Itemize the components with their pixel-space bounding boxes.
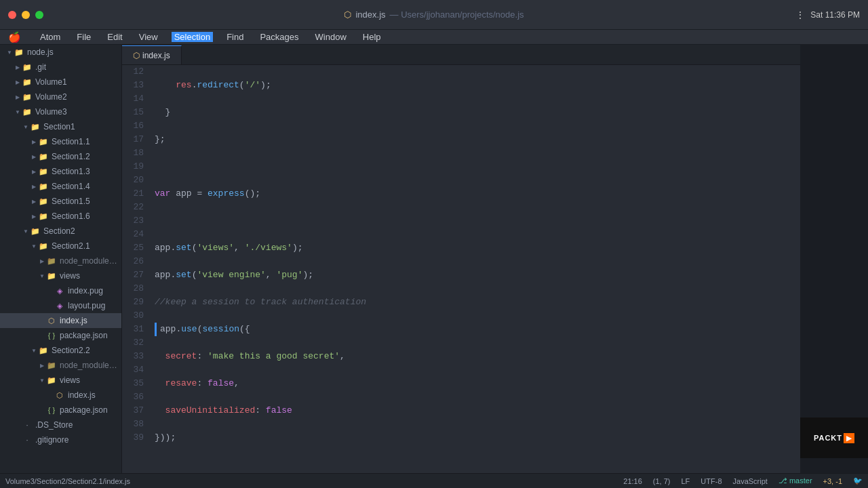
sidebar-label: Section1.4 [52,182,90,191]
statusbar-right: 21:16 (1, 7) LF UTF-8 JavaScript ⎇ maste… [623,476,863,485]
sidebar-item-gitignore[interactable]: · .gitignore [0,432,121,447]
titlebar-left [8,11,43,19]
language[interactable]: JavaScript [733,477,768,485]
sidebar-label: Section1.6 [52,211,90,221]
code-line-16: var app = express(); [155,187,800,201]
titlebar: ⬡ index.js — Users/jjohanan/projects/nod… [0,0,868,30]
maximize-button[interactable] [35,11,43,19]
sidebar-item-section21[interactable]: ▼ 📁 Section2.1 [0,239,121,253]
menu-view[interactable]: View [136,32,161,42]
bluetooth-icon: ⋮ [795,9,805,20]
sidebar-item-volume1[interactable]: ▶ 📁 Volume1 [0,75,121,89]
tabs-bar: ⬡ index.js [122,45,800,65]
menu-packages[interactable]: Packages [257,32,301,42]
folder-icon: 📁 [38,345,49,356]
sidebar-item-section12[interactable]: ▶ 📁 Section1.2 [0,149,121,164]
sidebar-item-node-modules-21[interactable]: ▶ 📁 node_module… [0,253,121,268]
expand-arrow: ▶ [30,139,38,145]
expand-arrow: ▼ [5,49,14,56]
menu-window[interactable]: Window [313,32,349,42]
menu-atom[interactable]: Atom [37,32,63,42]
title-text: index.js [355,9,385,20]
sidebar-item-section13[interactable]: ▶ 📁 Section1.3 [0,164,121,179]
apple-menu[interactable]: 🍎 [5,31,24,43]
sidebar-label: package.json [60,331,108,340]
code-editor[interactable]: 12 13 14 15 16 17 18 19 20 21 22 23 24 2… [122,65,800,473]
folder-icon: 📁 [22,106,33,117]
title-path: — Users/jjohanan/projects/node.js [390,9,524,20]
expand-arrow: ▶ [30,154,38,160]
tab-label: index.js [142,51,170,60]
json-file-icon: { } [46,405,57,415]
pug-file-icon: ◈ [54,300,65,311]
minimize-button[interactable] [22,11,30,19]
menu-find[interactable]: Find [224,32,246,42]
sidebar-item-node-modules-22[interactable]: ▶ 📁 node_module… [0,358,121,373]
menu-file[interactable]: File [74,32,94,42]
window-title: ⬡ index.js — Users/jjohanan/projects/nod… [344,9,524,20]
sidebar-label: .DS_Store [35,420,73,430]
sidebar-item-section11[interactable]: ▶ 📁 Section1.1 [0,134,121,149]
sidebar-item-section1[interactable]: ▼ 📁 Section1 [0,119,121,134]
expand-arrow: ▶ [14,94,22,100]
sidebar-item-package-json-21[interactable]: { } package.json [0,328,121,343]
sidebar-label: node_module… [60,256,117,266]
sidebar-item-git[interactable]: ▶ 📁 .git [0,60,121,75]
menubar: 🍎 Atom File Edit View Selection Find Pac… [0,30,868,45]
packt-text: PACKT [814,434,842,442]
sidebar-item-index-js-22[interactable]: ⬡ index.js [0,388,121,403]
code-line-19: app.set('view engine', 'pug'); [155,268,800,282]
sidebar-item-index-js-21[interactable]: ⬡ index.js [0,313,121,328]
code-line-25: })); [155,431,800,445]
code-line-20: //keep a session to track authentication [155,296,800,309]
status-filepath: Volume3/Section2/Section2.1/index.js [5,477,130,485]
sidebar-label: Volume3 [35,107,67,117]
tab-index-js[interactable]: ⬡ index.js [122,45,182,64]
sidebar-item-package-json-22[interactable]: { } package.json [0,403,121,418]
sidebar-item-volume3[interactable]: ▼ 📁 Volume3 [0,104,121,119]
code-content[interactable]: res.redirect('/'); } }; var app = expres… [149,65,800,473]
sidebar-item-volume2[interactable]: ▶ 📁 Volume2 [0,89,121,104]
sidebar-label: views [60,271,80,281]
sidebar-item-section16[interactable]: ▶ 📁 Section1.6 [0,209,121,224]
file-icon: ⬡ [344,9,351,20]
sidebar-item-views-22[interactable]: ▼ 📁 views [0,373,121,388]
sidebar-item-nodejs[interactable]: ▼ 📁 node.js [0,45,121,60]
expand-arrow: ▶ [14,79,22,85]
titlebar-right-controls: ⋮ Sat 11:36 PM [795,9,860,20]
sidebar-item-views-21[interactable]: ▼ 📁 views [0,268,121,283]
sidebar-label: .gitignore [35,435,68,445]
menu-edit[interactable]: Edit [104,32,125,42]
folder-icon: 📁 [38,181,49,192]
encoding[interactable]: UTF-8 [701,477,722,485]
code-line-15 [155,160,800,174]
code-line-21: app.use(session({ [155,323,800,336]
sidebar-item-section2[interactable]: ▼ 📁 Section2 [0,224,121,239]
statusbar: Volume3/Section2/Section2.1/index.js 21:… [0,473,868,488]
expand-arrow: ▼ [22,124,30,130]
sidebar-item-layout-pug[interactable]: ◈ layout.pug [0,298,121,313]
menu-help[interactable]: Help [360,32,384,42]
expand-arrow: ▼ [30,348,38,354]
expand-arrow: ▼ [38,273,46,279]
pug-file-icon: ◈ [54,285,65,296]
sidebar-item-index-pug[interactable]: ◈ index.pug [0,283,121,298]
twitter-icon: 🐦 [853,476,863,485]
folder-icon: 📁 [38,136,49,147]
sidebar-item-section22[interactable]: ▼ 📁 Section2.2 [0,343,121,358]
folder-icon: 📁 [38,151,49,162]
editor-area: ⬡ index.js 12 13 14 15 16 17 18 19 20 21… [122,45,800,473]
code-line-26 [155,458,800,472]
sidebar-label: Volume2 [35,92,67,102]
menu-selection[interactable]: Selection [172,32,213,42]
line-ending[interactable]: LF [682,477,690,485]
sidebar-item-ds-store[interactable]: · .DS_Store [0,418,121,432]
folder-icon: 📁 [46,270,57,281]
sidebar-item-section15[interactable]: ▶ 📁 Section1.5 [0,194,121,209]
folder-icon: 📁 [38,241,49,251]
close-button[interactable] [8,11,16,19]
js-file-icon: ⬡ [54,390,65,401]
sidebar-item-section14[interactable]: ▶ 📁 Section1.4 [0,179,121,194]
cursor-coords: (1, 7) [653,477,671,485]
expand-arrow: ▼ [14,109,22,115]
